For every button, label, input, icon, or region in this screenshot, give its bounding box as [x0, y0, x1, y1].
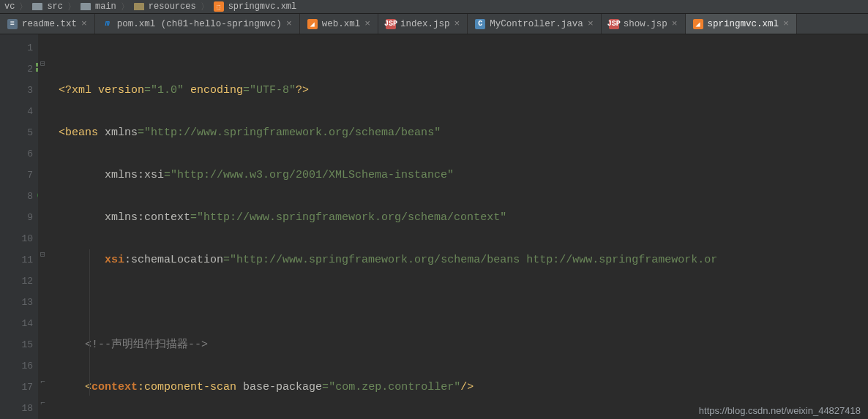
- tab-webxml[interactable]: ◢ web.xml ×: [300, 14, 378, 34]
- tab-label: pom.xml (ch01-hello-springmvc): [117, 19, 282, 29]
- close-icon[interactable]: ×: [783, 18, 789, 29]
- xml-file-icon: ⬚: [214, 1, 224, 12]
- tab-label: web.xml: [322, 19, 361, 29]
- folder-icon: [32, 3, 42, 10]
- code-line: [59, 292, 868, 313]
- line-number: 4: [0, 101, 33, 122]
- line-number: 13: [0, 292, 33, 313]
- line-number: 16: [0, 355, 33, 377]
- line-gutter: 1 2 3 4 5 6 7 8 9 10 11 12 13 14 15 16 1…: [0, 34, 38, 419]
- line-number: 2: [0, 58, 33, 80]
- close-icon[interactable]: ×: [286, 18, 292, 29]
- fold-toggle-icon[interactable]: ⊟: [40, 249, 45, 259]
- fold-column: ⊟ ⊟ ⌐ ⌐: [38, 34, 51, 419]
- tab-label: MyController.java: [490, 19, 583, 29]
- code-content[interactable]: <?xml version="1.0" encoding="UTF-8"?> <…: [51, 34, 868, 419]
- close-icon[interactable]: ×: [81, 18, 87, 29]
- line-number: 5: [0, 122, 33, 143]
- line-number: 9: [0, 207, 33, 228]
- tab-label: index.jsp: [400, 19, 450, 29]
- tab-mycontroller[interactable]: C MyController.java ×: [468, 14, 601, 34]
- close-icon[interactable]: ×: [588, 18, 594, 29]
- tab-label: springmvc.xml: [708, 19, 779, 29]
- jsp-file-icon: JSP: [386, 19, 396, 29]
- tab-indexjsp[interactable]: JSP index.jsp ×: [378, 14, 468, 34]
- close-icon[interactable]: ×: [454, 18, 460, 29]
- breadcrumb-item[interactable]: src: [47, 1, 63, 12]
- fold-end-icon[interactable]: ⌐: [40, 399, 45, 407]
- tab-label: show.jsp: [624, 19, 667, 29]
- tab-pom[interactable]: m pom.xml (ch01-hello-springmvc) ×: [95, 14, 300, 34]
- tab-readme[interactable]: ≡ readme.txt ×: [0, 14, 95, 34]
- breadcrumb-sep: 〉: [67, 1, 76, 13]
- code-line: <?xml version="1.0" encoding="UTF-8"?>: [59, 80, 868, 101]
- line-number: 10: [0, 228, 33, 249]
- resources-folder-icon: [134, 3, 144, 10]
- maven-file-icon: m: [102, 19, 113, 29]
- line-number: 3: [0, 80, 33, 101]
- fold-end-icon[interactable]: ⌐: [40, 377, 45, 386]
- breadcrumb-item[interactable]: springmvc.xml: [228, 1, 297, 12]
- watermark-text: https://blog.csdn.net/weixin_44827418: [699, 405, 861, 416]
- line-number: 6: [0, 143, 33, 165]
- breadcrumb-item[interactable]: vc: [4, 1, 15, 12]
- close-icon[interactable]: ×: [364, 18, 370, 29]
- breadcrumb: vc 〉 src 〉 main 〉 resources 〉 ⬚ springmv…: [0, 0, 868, 14]
- line-number: 15: [0, 334, 33, 355]
- breadcrumb-sep: 〉: [121, 1, 130, 13]
- jsp-file-icon: JSP: [609, 19, 619, 29]
- code-line: xsi:schemaLocation="http://www.springfra…: [59, 249, 868, 271]
- line-number: 17: [0, 377, 33, 398]
- xml-file-icon: ◢: [307, 19, 318, 29]
- code-line: <context:component-scan base-package="co…: [59, 377, 868, 398]
- breadcrumb-item[interactable]: resources: [149, 1, 196, 12]
- line-number: 11: [0, 249, 33, 271]
- code-line: xmlns:xsi="http://www.w3.org/2001/XMLSch…: [59, 165, 868, 186]
- code-editor[interactable]: 1 2 3 4 5 6 7 8 9 10 11 12 13 14 15 16 1…: [0, 34, 868, 419]
- code-line: xmlns:context="http://www.springframewor…: [59, 207, 868, 228]
- java-class-icon: C: [475, 19, 485, 29]
- line-number: 8: [0, 186, 33, 207]
- line-number: 7: [0, 165, 33, 186]
- xml-file-icon: ◢: [693, 19, 703, 29]
- tab-showjsp[interactable]: JSP show.jsp ×: [602, 14, 686, 34]
- tab-springmvcxml[interactable]: ◢ springmvc.xml ×: [686, 14, 797, 34]
- line-number: 12: [0, 271, 33, 292]
- breadcrumb-item[interactable]: main: [95, 1, 116, 12]
- folder-icon: [81, 3, 91, 10]
- fold-toggle-icon[interactable]: ⊟: [40, 58, 45, 68]
- line-number: 18: [0, 398, 33, 419]
- tab-label: readme.txt: [22, 19, 77, 29]
- editor-tabs: ≡ readme.txt × m pom.xml (ch01-hello-spr…: [0, 14, 868, 34]
- code-line: <!--声明组件扫描器-->: [59, 334, 868, 355]
- breadcrumb-sep: 〉: [19, 1, 28, 13]
- line-number: 1: [0, 37, 33, 58]
- close-icon[interactable]: ×: [672, 18, 678, 29]
- line-number: 14: [0, 313, 33, 334]
- code-line: <beans xmlns="http://www.springframework…: [59, 122, 868, 143]
- breadcrumb-sep: 〉: [201, 1, 209, 13]
- text-file-icon: ≡: [7, 19, 18, 29]
